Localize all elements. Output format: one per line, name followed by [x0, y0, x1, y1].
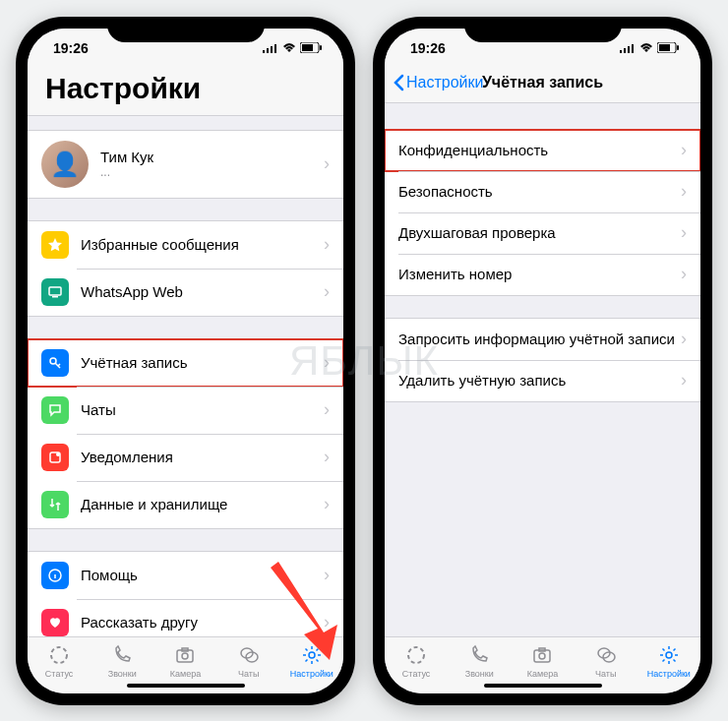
tab-settings[interactable]: Настройки — [637, 643, 700, 679]
battery-icon — [657, 42, 679, 53]
svg-rect-1 — [267, 48, 269, 53]
tab-label: Настройки — [647, 669, 691, 679]
svg-point-18 — [246, 652, 258, 662]
group-shortcuts: Избранные сообщения › WhatsApp Web › — [28, 220, 343, 317]
chevron-icon: › — [681, 222, 687, 243]
back-label: Настройки — [406, 74, 483, 91]
row-label: Конфиденциальность — [398, 142, 681, 158]
tab-camera[interactable]: Камера — [511, 643, 574, 679]
page-title: Учётная запись — [482, 74, 603, 91]
row-label: Избранные сообщения — [81, 236, 324, 253]
chevron-icon: › — [324, 352, 330, 373]
status-time: 19:26 — [410, 40, 446, 56]
tab-label: Звонки — [108, 669, 137, 679]
svg-point-11 — [56, 452, 60, 456]
wifi-icon — [282, 43, 296, 53]
page-title: Настройки — [45, 72, 201, 105]
row-delete-account[interactable]: Удалить учётную запись › — [385, 360, 700, 401]
row-privacy[interactable]: Конфиденциальность › — [385, 130, 700, 171]
home-indicator[interactable] — [484, 684, 602, 688]
status-icon — [47, 643, 71, 667]
svg-rect-25 — [659, 44, 670, 51]
svg-point-29 — [539, 653, 545, 659]
tab-label: Настройки — [290, 669, 334, 679]
svg-point-33 — [666, 652, 672, 658]
svg-rect-23 — [632, 44, 634, 53]
status-icons — [620, 42, 679, 53]
row-chats[interactable]: Чаты › — [28, 387, 343, 434]
gear-icon — [657, 643, 681, 667]
phone-icon — [467, 643, 491, 667]
chevron-icon: › — [681, 370, 687, 391]
notification-icon — [41, 444, 69, 471]
content[interactable]: Конфиденциальность › Безопасность › Двух… — [385, 103, 700, 636]
back-button[interactable]: Настройки — [393, 74, 483, 91]
chevron-icon: › — [324, 494, 330, 514]
row-security[interactable]: Безопасность › — [385, 171, 700, 212]
svg-rect-26 — [677, 45, 679, 50]
row-notifications[interactable]: Уведомления › — [28, 434, 343, 481]
svg-rect-3 — [274, 44, 276, 53]
tab-status[interactable]: Статус — [28, 643, 91, 679]
svg-point-13 — [51, 647, 67, 663]
row-starred[interactable]: Избранные сообщения › — [28, 221, 343, 269]
profile-name: Тим Кук — [100, 149, 324, 165]
svg-rect-5 — [302, 44, 313, 51]
key-icon — [41, 349, 69, 377]
row-request-info[interactable]: Запросить информацию учётной записи › — [385, 319, 700, 360]
chats-icon — [237, 643, 261, 667]
chevron-icon: › — [324, 281, 330, 302]
status-time: 19:26 — [53, 40, 89, 56]
profile-row[interactable]: 👤 Тим Кук ... › — [28, 131, 343, 198]
profile-sub: ... — [100, 165, 324, 179]
row-label: Безопасность — [398, 183, 681, 200]
tab-calls[interactable]: Звонки — [448, 643, 511, 679]
phone-frame-right: 19:26 Настройки Учётная запись Конфиденц… — [373, 17, 712, 705]
camera-icon — [173, 643, 197, 667]
tab-label: Чаты — [238, 669, 259, 679]
row-account[interactable]: Учётная запись › — [28, 339, 343, 387]
camera-icon — [530, 643, 554, 667]
chat-icon — [41, 396, 69, 424]
chevron-icon: › — [324, 153, 330, 174]
tab-calls[interactable]: Звонки — [91, 643, 153, 679]
group-account-1: Конфиденциальность › Безопасность › Двух… — [385, 129, 700, 296]
phone-icon — [110, 643, 134, 667]
row-label: Запросить информацию учётной записи — [398, 330, 681, 347]
tab-camera[interactable]: Камера — [153, 643, 216, 679]
status-icon — [404, 643, 428, 667]
nav-bar: Настройки Учётная запись — [385, 68, 700, 103]
svg-rect-22 — [628, 46, 630, 53]
svg-rect-8 — [52, 296, 58, 298]
signal-icon — [263, 43, 278, 53]
svg-rect-28 — [534, 650, 550, 662]
chevron-icon: › — [324, 234, 330, 255]
signal-icon — [620, 43, 636, 53]
group-settings: Учётная запись › Чаты › Уведомления › Да… — [28, 338, 343, 529]
heart-icon — [41, 609, 69, 636]
info-icon — [41, 562, 69, 589]
row-data[interactable]: Данные и хранилище › — [28, 481, 343, 528]
row-two-step[interactable]: Двухшаговая проверка › — [385, 212, 700, 254]
tab-chats[interactable]: Чаты — [575, 643, 637, 679]
tab-label: Статус — [402, 669, 430, 679]
chevron-icon: › — [324, 447, 330, 467]
row-label: Данные и хранилище — [81, 496, 324, 512]
notch — [464, 17, 622, 42]
svg-point-31 — [598, 648, 610, 658]
arrow-annotation — [261, 558, 349, 666]
chevron-icon: › — [681, 264, 687, 284]
tab-label: Камера — [170, 669, 201, 679]
screen-right: 19:26 Настройки Учётная запись Конфиденц… — [385, 29, 700, 693]
svg-point-32 — [603, 652, 615, 662]
tab-label: Камера — [527, 669, 558, 679]
row-label: Уведомления — [81, 449, 324, 465]
tab-status[interactable]: Статус — [385, 643, 448, 679]
row-change-number[interactable]: Изменить номер › — [385, 254, 700, 295]
row-whatsapp-web[interactable]: WhatsApp Web › — [28, 269, 343, 316]
svg-rect-21 — [624, 48, 626, 53]
wifi-icon — [639, 43, 653, 53]
home-indicator[interactable] — [127, 684, 245, 688]
svg-rect-14 — [177, 650, 193, 662]
star-icon — [41, 231, 69, 259]
